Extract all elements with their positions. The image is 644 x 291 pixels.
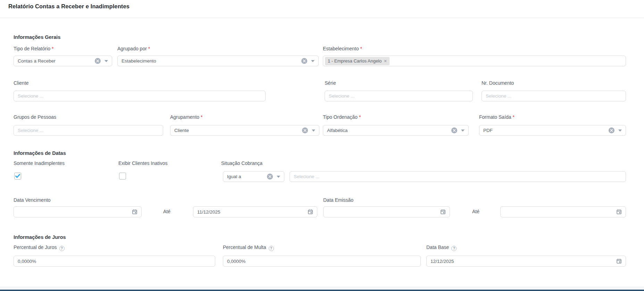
cliente-label: Cliente: [14, 80, 29, 86]
nr-documento-input[interactable]: [482, 91, 626, 101]
data-base-label: Data Base?: [426, 244, 457, 251]
data-vencimento-to-value: 11/12/2025: [197, 209, 305, 215]
situacao-cobranca-input[interactable]: [290, 171, 626, 182]
estabelecimento-multiselect[interactable]: 1 - Empresa Carlos Angelo ×: [323, 56, 626, 66]
data-vencimento-ate-label: Até: [163, 209, 170, 214]
data-vencimento-to-input[interactable]: 11/12/2025: [193, 206, 317, 217]
help-icon[interactable]: ?: [59, 246, 65, 251]
help-icon[interactable]: ?: [269, 246, 274, 251]
page-title: Relatório Contas a Receber e Inadimplent…: [8, 3, 129, 10]
data-base-value: 12/12/2025: [430, 259, 613, 264]
exibir-clientes-inativos-label: Exibir Clientes Inativos: [118, 160, 168, 166]
bottom-accent-bar: [0, 290, 644, 291]
help-icon[interactable]: ?: [451, 246, 457, 251]
required-asterisk: *: [360, 46, 362, 51]
grupos-pessoas-input[interactable]: [14, 125, 163, 136]
data-emissao-ate-label: Até: [472, 209, 479, 214]
required-asterisk: *: [359, 114, 361, 120]
somente-inadimplentes-checkbox[interactable]: [14, 173, 21, 180]
section-heading-informacoes-gerais: Informações Gerais: [14, 34, 60, 40]
tipo-ordenacao-value: Alfabética: [327, 128, 449, 133]
situacao-cobranca-label: Situação Cobrança: [221, 160, 262, 166]
formato-saida-select[interactable]: PDF: [479, 125, 626, 136]
remove-tag-icon[interactable]: ×: [384, 59, 387, 63]
calendar-icon[interactable]: [616, 209, 622, 215]
estabelecimento-tag-label: 1 - Empresa Carlos Angelo: [328, 58, 382, 64]
situacao-cobranca-operator-value: Igual a: [227, 174, 264, 179]
chevron-down-icon[interactable]: [461, 130, 465, 132]
percentual-multa-label: Percentual de Multa?: [223, 244, 274, 251]
data-vencimento-label: Data Vencimento: [14, 197, 51, 203]
exibir-clientes-inativos-checkbox[interactable]: [119, 173, 126, 180]
cliente-input[interactable]: [14, 91, 266, 101]
required-asterisk: *: [201, 114, 202, 120]
data-emissao-label: Data Emissão: [323, 197, 353, 203]
estabelecimento-tag: 1 - Empresa Carlos Angelo ×: [325, 57, 390, 65]
data-base-input[interactable]: 12/12/2025: [426, 256, 626, 267]
calendar-icon[interactable]: [308, 209, 313, 215]
percentual-multa-input[interactable]: [223, 256, 421, 267]
clear-icon[interactable]: [451, 127, 457, 133]
chevron-down-icon[interactable]: [104, 60, 108, 62]
chevron-down-icon[interactable]: [277, 176, 280, 178]
situacao-cobranca-operator-select[interactable]: Igual a: [223, 171, 284, 182]
clear-icon[interactable]: [95, 58, 101, 64]
estabelecimento-label: Estabelecimento*: [323, 46, 362, 51]
data-emissao-to-input[interactable]: [500, 206, 626, 217]
formato-saida-value: PDF: [483, 128, 606, 133]
page-header: Relatório Contas a Receber e Inadimplent…: [0, 0, 644, 18]
clear-icon[interactable]: [301, 58, 307, 64]
footer-band: [0, 287, 644, 290]
required-asterisk: *: [148, 46, 150, 51]
agrupamento-label: Agrupamento*: [170, 114, 203, 120]
calendar-icon[interactable]: [440, 209, 446, 215]
agrupado-por-value: Estabelecimento: [122, 58, 299, 64]
tipo-relatorio-label: Tipo de Relatório*: [14, 46, 54, 51]
chevron-down-icon[interactable]: [618, 130, 622, 132]
chevron-down-icon[interactable]: [311, 60, 315, 62]
agrupado-por-select[interactable]: Estabelecimento: [117, 56, 319, 66]
required-asterisk: *: [513, 114, 515, 120]
agrupamento-value: Cliente: [174, 128, 299, 133]
checkmark-icon: [15, 174, 20, 178]
serie-input[interactable]: [325, 91, 473, 101]
formato-saida-label: Formato Saída*: [479, 114, 515, 120]
clear-icon[interactable]: [609, 127, 614, 133]
nr-documento-label: Nr. Documento: [482, 80, 514, 86]
percentual-juros-input[interactable]: [14, 256, 215, 267]
tipo-relatorio-value: Contas a Receber: [18, 58, 92, 64]
percentual-juros-label: Percentual de Juros?: [14, 244, 65, 251]
tipo-ordenacao-label: Tipo Ordenação*: [323, 114, 361, 120]
tipo-ordenacao-select[interactable]: Alfabética: [323, 125, 469, 136]
somente-inadimplentes-label: Somente Inadimplentes: [14, 160, 65, 166]
required-asterisk: *: [52, 46, 53, 51]
section-heading-informacoes-juros: Informações de Juros: [14, 234, 66, 240]
agrupamento-select[interactable]: Cliente: [170, 125, 319, 136]
data-emissao-from-input[interactable]: [323, 206, 450, 217]
clear-icon[interactable]: [302, 127, 308, 133]
clear-icon[interactable]: [267, 174, 273, 180]
agrupado-por-label: Agrupado por*: [117, 46, 150, 51]
grupos-pessoas-label: Grupos de Pessoas: [14, 114, 56, 120]
data-vencimento-from-input[interactable]: [14, 206, 142, 217]
calendar-icon[interactable]: [132, 209, 137, 215]
calendar-icon[interactable]: [616, 258, 622, 264]
section-heading-informacoes-datas: Informações de Datas: [14, 150, 66, 156]
tipo-relatorio-select[interactable]: Contas a Receber: [14, 56, 112, 66]
chevron-down-icon[interactable]: [312, 130, 315, 132]
serie-label: Série: [325, 80, 336, 86]
